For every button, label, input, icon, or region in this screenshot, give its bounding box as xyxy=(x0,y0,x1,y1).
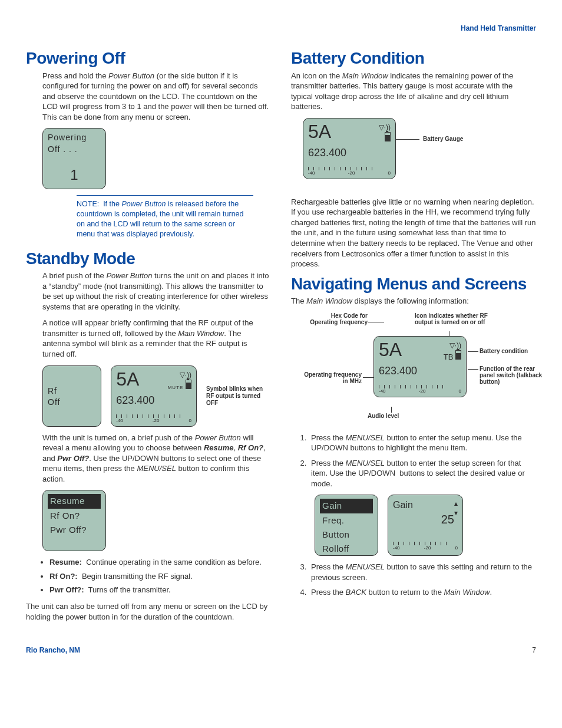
battery-icon xyxy=(186,380,191,389)
heading-powering-off: Powering Off xyxy=(26,50,271,67)
lcd-rf-l1: Rf xyxy=(48,386,96,397)
lcd-main-mute: 5A ▽·)) MUTE 623.400 -40-200 xyxy=(111,365,197,427)
lcd-setup-menu: Gain Freq. Button Rolloff xyxy=(315,495,378,556)
nav-steps-2: Press the MENU/SEL button to save this s… xyxy=(296,562,536,598)
step-1: Press the MENU/SEL button to enter the s… xyxy=(309,433,536,453)
audio-meter: -40-200 xyxy=(393,541,458,551)
heading-nav: Navigating Menus and Screens xyxy=(291,275,536,292)
audio-meter: -40-200 xyxy=(308,166,391,176)
antenna-icon: ▽·)) xyxy=(379,123,391,132)
page-number: 7 xyxy=(532,645,536,655)
lcd-line1: Powering xyxy=(48,132,101,143)
lcd-gain: Gain ▴▾ 25 -40-200 xyxy=(388,495,463,556)
callout-rf: Icon indicates whether RF output is turn… xyxy=(415,312,497,325)
standby-p2: A notice will appear briefly confirming … xyxy=(42,318,271,359)
menu-button: Button xyxy=(320,528,373,542)
callout-batt: Battery condition xyxy=(480,348,528,354)
menu-item-rfon: Rf On? xyxy=(48,509,101,523)
callout-freq: Operating frequency in MHz xyxy=(303,371,362,384)
lcd-count: 1 xyxy=(48,166,101,185)
battery-p1: An icon on the Main Window indicates the… xyxy=(291,71,536,112)
bullet-pwroff: Turns off the transmitter. xyxy=(88,585,171,594)
left-column: Powering Off Press and hold the Power Bu… xyxy=(26,44,271,628)
standby-bullets: Resume: Continue operating in the same c… xyxy=(38,557,271,595)
gain-title: Gain xyxy=(393,500,413,510)
battery-p2: Rechargeable batteries give little or no… xyxy=(291,197,536,269)
battery-icon xyxy=(385,132,391,141)
heading-battery: Battery Condition xyxy=(291,50,536,67)
callout-audio: Audio level xyxy=(368,413,399,419)
lcd-powering-off: Powering Off . . . 1 xyxy=(42,128,106,189)
footer-location: Rio Rancho, NM xyxy=(26,645,80,655)
callout-battery-gauge: Battery Gauge xyxy=(423,136,463,142)
antenna-icon: ▽·)) xyxy=(449,341,461,350)
step-4: Press the BACK button to return to the M… xyxy=(309,587,536,598)
powering-off-body: Press and hold the Power Button (or the … xyxy=(42,71,271,123)
bullet-rfon: Begin transmitting the RF signal. xyxy=(82,572,193,581)
lcd-hex2: 5A xyxy=(308,122,331,141)
lcd-hex: 5A xyxy=(116,370,139,388)
blink-callout: Symbol blinks when RF output is turned O… xyxy=(206,386,271,407)
gain-value: 25 xyxy=(393,512,458,528)
menu-freq: Freq. xyxy=(320,513,373,528)
menu-item-resume: Resume xyxy=(48,494,101,508)
lcd-freq2: 623.400 xyxy=(308,146,391,160)
lcd-line2: Off . . . xyxy=(48,144,101,155)
powering-off-note: NOTE: If the Power Button is released be… xyxy=(77,195,253,239)
lcd-resume-menu: Resume Rf On? Pwr Off? xyxy=(42,490,106,551)
lcd-battery: 5A ▽·)) 623.400 -40-200 xyxy=(303,118,396,179)
battery-icon xyxy=(455,350,461,360)
menu-rolloff: Rolloff xyxy=(320,542,373,556)
mute-label: MUTE xyxy=(168,385,184,390)
lcd-rf-off: Rf Off xyxy=(42,365,101,427)
step-3: Press the MENU/SEL button to save this s… xyxy=(309,562,536,582)
running-head: Hand Held Transmitter xyxy=(26,24,536,33)
nav-steps: Press the MENU/SEL button to enter the s… xyxy=(296,433,536,489)
bullet-resume: Continue operating in the same condition… xyxy=(86,558,262,566)
menu-item-pwroff: Pwr Off? xyxy=(48,523,101,537)
callout-hex: Hex Code for Operating frequency xyxy=(303,312,368,325)
lcd-freq: 623.400 xyxy=(116,393,191,407)
audio-meter: -40-200 xyxy=(379,384,461,394)
menu-gain: Gain xyxy=(320,499,373,513)
audio-meter: -40-200 xyxy=(116,413,191,424)
nav-p1: The Main Window displays the following i… xyxy=(291,296,536,307)
standby-p4: The unit can also be turned off from any… xyxy=(26,601,271,622)
two-column-layout: Powering Off Press and hold the Power Bu… xyxy=(26,44,536,628)
lcd-main-window: 5A ▽·)) TB 623.400 -40-200 xyxy=(373,336,467,397)
standby-p3: With the unit is turned on, a brief push… xyxy=(42,433,271,485)
heading-standby: Standby Mode xyxy=(26,250,271,267)
page-footer: Rio Rancho, NM 7 xyxy=(26,645,536,655)
lcd-rf-l2: Off xyxy=(48,397,96,408)
step-2: Press the MENU/SEL button to enter the s… xyxy=(309,458,536,489)
lcd-freq3: 623.400 xyxy=(379,364,461,378)
standby-p1: A brief push of the Power Button turns t… xyxy=(42,271,271,312)
callout-func: Function of the rear panel switch (talkb… xyxy=(480,365,544,385)
tb-label: TB xyxy=(444,353,454,361)
updown-icon: ▴▾ xyxy=(454,499,458,518)
antenna-icon: ▽·)) xyxy=(180,370,191,380)
right-column: Battery Condition An icon on the Main Wi… xyxy=(291,44,536,628)
lcd-hex3: 5A xyxy=(379,340,402,359)
